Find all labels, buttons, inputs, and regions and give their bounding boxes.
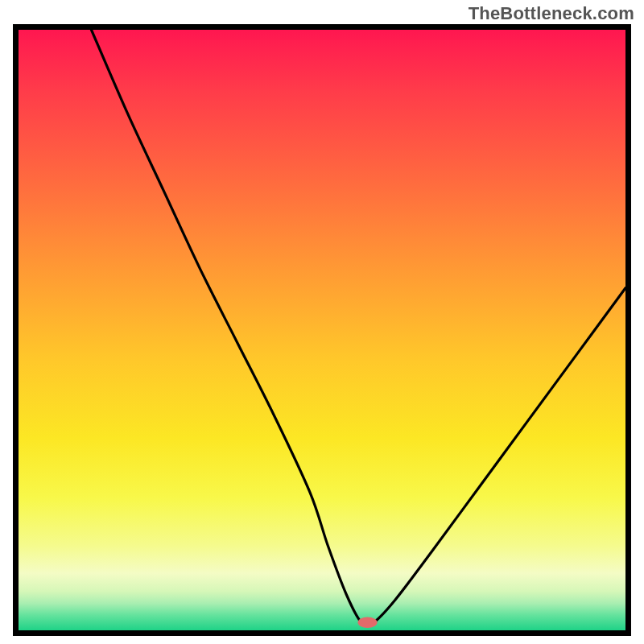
gradient-background: [19, 30, 625, 630]
plot-frame: [13, 24, 631, 636]
watermark-text: TheBottleneck.com: [469, 3, 634, 24]
chart-container: { "watermark": "TheBottleneck.com", "cha…: [0, 0, 644, 644]
plot-svg: [19, 30, 625, 630]
minimum-marker: [357, 617, 377, 628]
